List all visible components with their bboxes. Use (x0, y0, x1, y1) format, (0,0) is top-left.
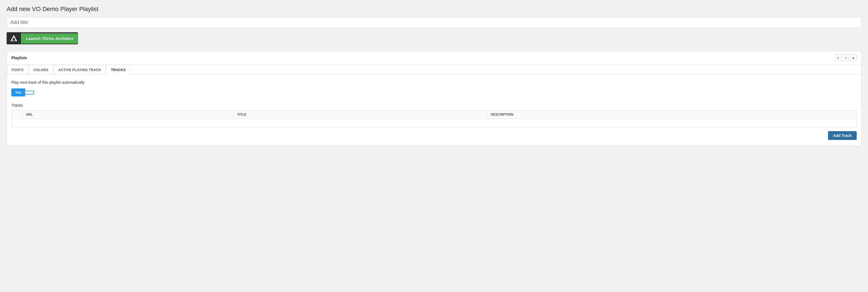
page-title: Add new VO Demo Player Playlist (7, 5, 861, 13)
col-header-description: DESCRIPTION (487, 110, 857, 119)
panel-down-button[interactable]: ∨ (842, 54, 849, 61)
title-input[interactable] (7, 17, 861, 28)
table-header-row: URL TITLE DESCRIPTION (11, 110, 857, 119)
tab-tracks[interactable]: TRACKS (106, 65, 130, 75)
panel-header: Playlists ∧ ∨ ▲ (7, 51, 861, 65)
tracks-table-body (11, 119, 857, 128)
panel-controls: ∧ ∨ ▲ (835, 54, 857, 61)
tracks-section-label: Tracks (11, 103, 857, 107)
toggle-yes-button[interactable]: Yes (11, 88, 25, 97)
add-track-button[interactable]: Add Track (828, 131, 857, 140)
tab-colors[interactable]: COLORS (29, 65, 53, 75)
table-empty-row (11, 119, 857, 128)
col-header-title: TITLE (234, 110, 487, 119)
auto-play-toggle: Yes (11, 88, 857, 97)
col-header-order (11, 110, 23, 119)
col-header-url: URL (23, 110, 234, 119)
tab-bar: FONTS COLORS ACTIVE PLAYING TRACK TRACKS (7, 65, 861, 75)
toggle-no-button[interactable] (25, 90, 34, 95)
thrive-architect-icon (7, 32, 21, 44)
panel-up-button[interactable]: ∧ (835, 54, 841, 61)
tracks-table: URL TITLE DESCRIPTION (11, 110, 857, 128)
tab-fonts[interactable]: FONTS (7, 65, 28, 75)
auto-play-label: Play next track of this playlist automat… (11, 80, 857, 84)
panel-title: Playlists (11, 56, 27, 60)
add-track-row: Add Track (11, 128, 857, 140)
launch-thrive-architect-button[interactable]: Launch Thrive Architect (7, 32, 78, 44)
tracks-tab-content: Play next track of this playlist automat… (7, 75, 861, 145)
tab-active-playing-track[interactable]: ACTIVE PLAYING TRACK (54, 65, 106, 75)
panel-collapse-button[interactable]: ▲ (850, 54, 857, 61)
playlists-panel: Playlists ∧ ∨ ▲ FONTS COLORS ACTIVE PLAY… (7, 51, 861, 146)
launch-button-label: Launch Thrive Architect (21, 33, 78, 43)
